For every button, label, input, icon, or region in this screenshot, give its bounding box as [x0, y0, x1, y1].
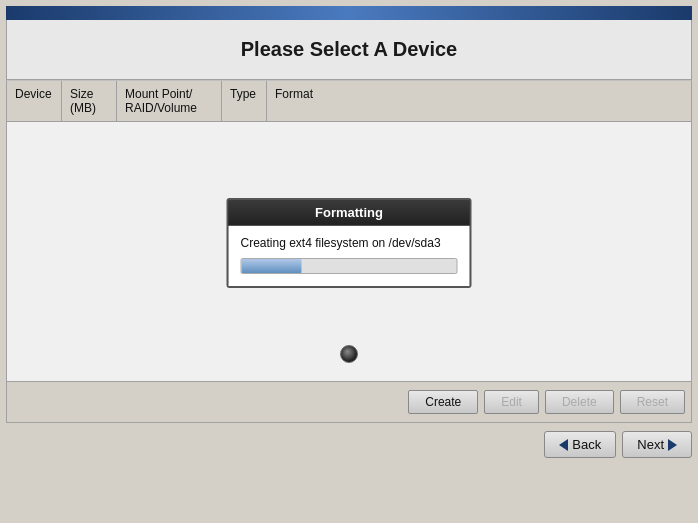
title-area: Please Select A Device	[6, 20, 692, 80]
back-label: Back	[572, 437, 601, 452]
progress-bar-container	[241, 258, 458, 274]
next-label: Next	[637, 437, 664, 452]
main-container: Please Select A Device Device Size(MB) M…	[6, 20, 692, 423]
back-button[interactable]: Back	[544, 431, 616, 458]
col-type[interactable]: Type	[222, 81, 267, 121]
nav-row: Back Next	[0, 423, 698, 464]
delete-button[interactable]: Delete	[545, 390, 614, 414]
dialog-title: Formatting	[229, 200, 470, 226]
action-buttons-row: Create Edit Delete Reset	[6, 382, 692, 423]
table-body: Formatting Creating ext4 filesystem on /…	[6, 122, 692, 382]
spinner-area	[340, 345, 358, 363]
table-header: Device Size(MB) Mount Point/RAID/Volume …	[6, 80, 692, 122]
reset-button[interactable]: Reset	[620, 390, 685, 414]
page-title: Please Select A Device	[17, 38, 681, 61]
back-arrow-icon	[559, 439, 568, 451]
next-button[interactable]: Next	[622, 431, 692, 458]
col-size[interactable]: Size(MB)	[62, 81, 117, 121]
col-device[interactable]: Device	[7, 81, 62, 121]
dialog-body: Creating ext4 filesystem on /dev/sda3	[229, 226, 470, 286]
col-format[interactable]: Format	[267, 81, 327, 121]
next-arrow-icon	[668, 439, 677, 451]
dialog-message: Creating ext4 filesystem on /dev/sda3	[241, 236, 458, 250]
create-button[interactable]: Create	[408, 390, 478, 414]
formatting-dialog: Formatting Creating ext4 filesystem on /…	[227, 198, 472, 288]
edit-button[interactable]: Edit	[484, 390, 539, 414]
top-bar	[6, 6, 692, 20]
progress-bar-fill	[242, 259, 302, 273]
spinner-icon	[340, 345, 358, 363]
col-mount[interactable]: Mount Point/RAID/Volume	[117, 81, 222, 121]
